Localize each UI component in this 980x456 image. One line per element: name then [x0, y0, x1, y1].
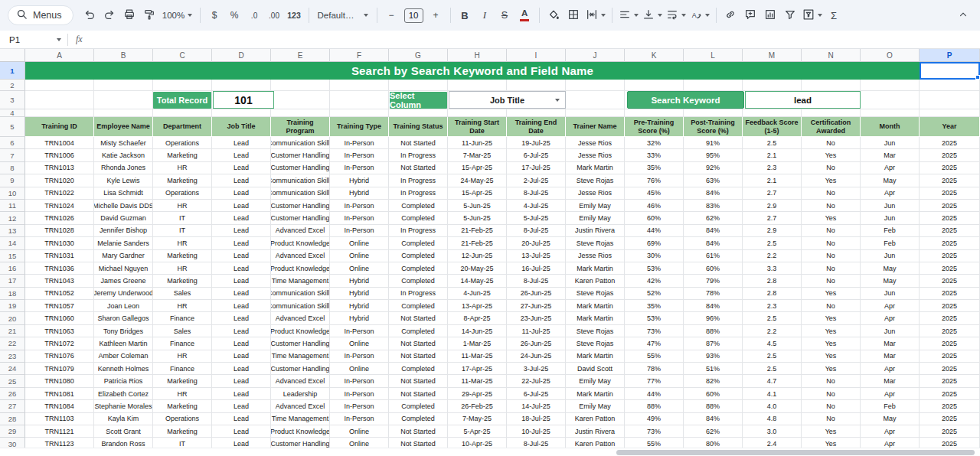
cell[interactable]: 26-Jun-25	[507, 288, 566, 300]
format-percent-button[interactable]: %	[225, 6, 244, 25]
cell[interactable]: 2025	[920, 187, 980, 200]
cell[interactable]: Product Knowledge	[271, 325, 330, 337]
cell[interactable]: 2025	[920, 275, 980, 287]
cell[interactable]: 76%	[625, 174, 684, 187]
cell[interactable]: 33%	[625, 149, 684, 161]
cell[interactable]: 4.7	[743, 375, 802, 387]
cell[interactable]: Time Management	[271, 275, 330, 287]
cell[interactable]: Apr	[861, 162, 920, 174]
cell[interactable]: 18-Jul-25	[507, 413, 566, 425]
cell[interactable]: 2025	[920, 350, 980, 363]
cell[interactable]: Scott Grant	[94, 425, 153, 438]
cell[interactable]: Operations	[153, 413, 212, 425]
cell[interactable]: 2025	[920, 212, 980, 224]
cell[interactable]: No	[802, 275, 861, 287]
cell[interactable]: Communication Skills	[271, 137, 330, 149]
row-header-29[interactable]: 29	[0, 425, 25, 438]
cell[interactable]: Apr	[861, 312, 920, 324]
cell[interactable]: HR	[153, 388, 212, 400]
cell[interactable]: In-Person	[330, 325, 389, 337]
row-header-4[interactable]: 4	[0, 109, 25, 117]
cell[interactable]: 8-Jul-25	[507, 187, 566, 200]
cell[interactable]: 84%	[684, 237, 743, 249]
cell[interactable]: 2025	[920, 337, 980, 350]
cell[interactable]: HR	[153, 262, 212, 275]
cell[interactable]: 82%	[684, 375, 743, 387]
cell[interactable]: TRN1121	[25, 425, 94, 438]
cell[interactable]: 62%	[684, 425, 743, 438]
cell[interactable]: Apr	[861, 187, 920, 200]
cell[interactable]: TRN1072	[25, 337, 94, 350]
cell[interactable]: TRN1079	[25, 363, 94, 375]
cell[interactable]: 15-Apr-25	[448, 187, 507, 200]
row-header-5[interactable]: 5	[0, 117, 25, 137]
cell[interactable]: Mark Martin	[566, 388, 625, 400]
cell[interactable]: Lead	[212, 388, 271, 400]
cell[interactable]	[94, 91, 153, 109]
cell[interactable]	[566, 91, 625, 109]
cell[interactable]: 2025	[920, 262, 980, 275]
cell[interactable]: TRN1006	[25, 149, 94, 161]
cell[interactable]: Leadership	[271, 388, 330, 400]
cell[interactable]: TRN1060	[25, 312, 94, 324]
row-header-15[interactable]: 15	[0, 250, 25, 262]
cell[interactable]: In-Person	[330, 388, 389, 400]
cell[interactable]: No	[802, 137, 861, 149]
cell[interactable]: 17-Jul-25	[507, 162, 566, 174]
cell[interactable]: TRN1022	[25, 187, 94, 200]
cell[interactable]: Apr	[861, 388, 920, 400]
cell[interactable]: Mary Gardner	[94, 250, 153, 262]
cell[interactable]: IT	[153, 212, 212, 224]
cell[interactable]: 79%	[684, 275, 743, 287]
cell[interactable]: 2.9	[743, 200, 802, 212]
cell[interactable]: Lead	[212, 325, 271, 337]
cell[interactable]: Lead	[212, 162, 271, 174]
cell[interactable]: Completed	[389, 275, 448, 287]
cell[interactable]: Not Started	[389, 137, 448, 149]
cell[interactable]: 2.3	[743, 300, 802, 312]
cell[interactable]: Joan Leon	[94, 300, 153, 312]
cell[interactable]: 2.8	[743, 288, 802, 300]
cell[interactable]: 13-Apr-25	[448, 300, 507, 312]
cell[interactable]: Apr	[861, 425, 920, 438]
cell[interactable]: 44%	[625, 225, 684, 237]
column-header-I[interactable]: I	[507, 49, 566, 62]
cell[interactable]: Yes	[802, 174, 861, 187]
header-cell[interactable]: Department	[153, 117, 212, 137]
cell[interactable]: Hybrid	[330, 187, 389, 200]
cell[interactable]: 2025	[920, 174, 980, 187]
cell[interactable]: Mar	[861, 337, 920, 350]
cell[interactable]: Finance	[153, 337, 212, 350]
header-cell[interactable]: Training ID	[25, 117, 94, 137]
cell[interactable]: In Progress	[389, 288, 448, 300]
cell[interactable]: Finance	[153, 312, 212, 324]
cell[interactable]: In Progress	[389, 149, 448, 161]
cell[interactable]: 6-Jul-25	[507, 388, 566, 400]
cell[interactable]: 52%	[625, 288, 684, 300]
cell[interactable]: 96%	[684, 312, 743, 324]
column-header-O[interactable]: O	[861, 49, 920, 62]
cell[interactable]: 61%	[684, 250, 743, 262]
cell[interactable]: 14-Jun-25	[448, 325, 507, 337]
cell[interactable]: Yes	[802, 312, 861, 324]
header-cell[interactable]: Training Start Date	[448, 117, 507, 137]
insert-comment-button[interactable]	[741, 6, 760, 25]
cell[interactable]: 2.7	[743, 212, 802, 224]
cell[interactable]: Completed	[389, 212, 448, 224]
cell[interactable]	[566, 109, 625, 117]
cell[interactable]: 21-Feb-25	[448, 237, 507, 249]
cell[interactable]: 69%	[625, 237, 684, 249]
cell[interactable]: 2.5	[743, 363, 802, 375]
header-cell[interactable]: Job Title	[212, 117, 271, 137]
cell[interactable]: TRN1024	[25, 200, 94, 212]
cell[interactable]: May	[861, 275, 920, 287]
cell[interactable]: Steve Rojas	[566, 325, 625, 337]
cell[interactable]: HR	[153, 162, 212, 174]
cell[interactable]: Melanie Sanders	[94, 237, 153, 249]
cell[interactable]: Communication Skills	[271, 300, 330, 312]
zoom-select[interactable]: 100%	[160, 6, 195, 25]
cell[interactable]	[271, 80, 330, 91]
cell[interactable]: Hybrid	[330, 312, 389, 324]
cell[interactable]: Completed	[389, 363, 448, 375]
row-header-3[interactable]: 3	[0, 91, 25, 109]
